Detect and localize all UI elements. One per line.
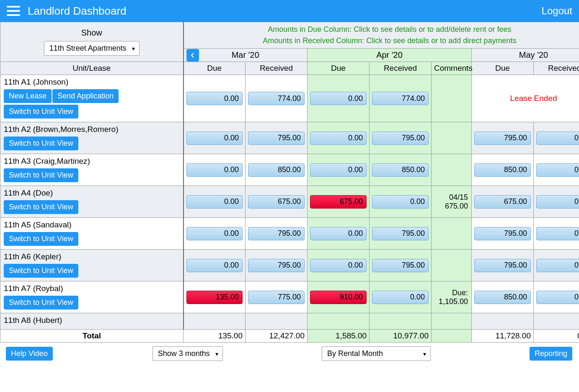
unit-name: 11th A8 (Hubert) xyxy=(4,316,180,325)
amount-button[interactable]: 0.00 xyxy=(536,163,579,177)
amount-button[interactable]: 850.00 xyxy=(372,163,429,177)
comment-cell xyxy=(432,154,472,186)
amount-button[interactable]: 850.00 xyxy=(474,163,531,177)
months-range-select[interactable]: Show 3 months xyxy=(153,346,223,361)
unit-name: 11th A3 (Craig,Martinez) xyxy=(4,157,180,166)
page-title: Landlord Dashboard xyxy=(28,5,127,18)
amount-button[interactable]: 0.00 xyxy=(536,227,579,240)
amount-button[interactable]: 0.00 xyxy=(372,195,429,209)
amount-button[interactable]: 0.00 xyxy=(310,132,367,145)
col-received: Received xyxy=(370,62,432,75)
amount-button[interactable]: 795.00 xyxy=(372,259,429,272)
amount-button[interactable]: 850.00 xyxy=(474,291,531,304)
table-row: 11th A8 (Hubert) xyxy=(0,313,579,330)
month-apr: Apr '20 xyxy=(308,49,472,62)
amount-button[interactable]: 0.00 xyxy=(186,259,243,272)
topbar: Landlord Dashboard Logout xyxy=(0,0,579,22)
lease-ended-label: Lease Ended xyxy=(472,75,579,122)
bottom-bar: Help Video Show 3 months By Rental Month… xyxy=(0,343,579,365)
comment-cell xyxy=(432,218,472,250)
col-received: Received xyxy=(246,62,308,75)
view-mode-select[interactable]: By Rental Month xyxy=(322,346,431,361)
col-due: Due xyxy=(308,62,370,75)
amount-button[interactable]: 795.00 xyxy=(372,227,429,240)
total-row: Total 135.00 12,427.00 1,585.00 10,977.0… xyxy=(0,330,579,343)
comment-cell xyxy=(432,122,472,154)
amount-button[interactable]: 0.00 xyxy=(536,259,579,272)
amount-button[interactable]: 795.00 xyxy=(474,132,531,145)
table-row: 11th A6 (Kepler)Switch to Unit View0.007… xyxy=(0,250,579,281)
total-label: Total xyxy=(0,330,184,343)
amount-button[interactable]: 775.00 xyxy=(248,291,305,304)
amount-button[interactable]: 0.00 xyxy=(372,291,429,304)
show-label: Show xyxy=(3,28,181,38)
amount-button[interactable]: 135.00 xyxy=(186,291,243,304)
comment-cell: Due:1,105.00 xyxy=(432,281,472,313)
logout-link[interactable]: Logout xyxy=(542,5,572,17)
col-received: Received xyxy=(534,62,579,75)
table-row: 11th A2 (Brown,Morres,Romero)Switch to U… xyxy=(0,122,579,154)
switch-unit-view-button[interactable]: Switch to Unit View xyxy=(4,296,78,309)
switch-unit-view-button[interactable]: Switch to Unit View xyxy=(4,137,78,150)
switch-unit-view-button[interactable]: Switch to Unit View xyxy=(4,105,78,119)
table-row: 11th A7 (Roybal)Switch to Unit View135.0… xyxy=(0,281,579,313)
amount-button[interactable]: 0.00 xyxy=(310,259,367,272)
unit-name: 11th A1 (Johnson) xyxy=(4,77,180,87)
col-comments: Comments xyxy=(432,62,472,75)
amount-button[interactable]: 0.00 xyxy=(536,291,579,304)
amount-button[interactable]: 795.00 xyxy=(372,132,429,145)
switch-unit-view-button[interactable]: Switch to Unit View xyxy=(4,200,78,214)
amount-button[interactable]: 0.00 xyxy=(186,132,243,145)
hint-text: Amounts in Due Column: Click to see deta… xyxy=(184,22,579,49)
comment-cell xyxy=(432,75,472,122)
amount-button[interactable]: 774.00 xyxy=(248,92,305,105)
comment-cell: 04/15675.00 xyxy=(432,186,472,218)
switch-unit-view-button[interactable]: Switch to Unit View xyxy=(4,232,78,246)
table-row: 11th A1 (Johnson)New LeaseSend Applicati… xyxy=(0,75,579,122)
amount-button[interactable]: 795.00 xyxy=(248,227,305,240)
amount-button[interactable]: 0.00 xyxy=(186,163,243,177)
unit-name: 11th A6 (Kepler) xyxy=(4,252,180,261)
comment-cell xyxy=(432,250,472,281)
col-due: Due xyxy=(184,62,246,75)
unit-lease-header: Unit/Lease xyxy=(0,62,184,75)
menu-icon[interactable] xyxy=(7,6,20,16)
rent-table: Show 11th Street Apartments Amounts in D… xyxy=(0,22,579,343)
col-due: Due xyxy=(472,62,534,75)
unit-name: 11th A2 (Brown,Morres,Romero) xyxy=(4,125,180,134)
month-mar: Mar '20 xyxy=(184,49,308,62)
amount-button[interactable]: 675.00 xyxy=(474,195,531,209)
amount-button[interactable]: 774.00 xyxy=(372,92,429,105)
amount-button[interactable]: 0.00 xyxy=(310,227,367,240)
amount-button[interactable]: 0.00 xyxy=(186,227,243,240)
amount-button[interactable]: 675.00 xyxy=(248,195,305,209)
amount-button[interactable]: 850.00 xyxy=(248,163,305,177)
table-row: 11th A5 (Sandaval)Switch to Unit View0.0… xyxy=(0,218,579,250)
amount-button[interactable]: 0.00 xyxy=(186,92,243,105)
property-select[interactable]: 11th Street Apartments xyxy=(44,41,140,56)
amount-button[interactable]: 795.00 xyxy=(248,132,305,145)
amount-button[interactable]: 795.00 xyxy=(474,259,531,272)
unit-name: 11th A5 (Sandaval) xyxy=(4,220,180,230)
reporting-button[interactable]: Reporting xyxy=(530,347,572,361)
amount-button[interactable]: 0.00 xyxy=(310,92,367,105)
amount-button[interactable]: 0.00 xyxy=(186,195,243,209)
amount-button[interactable]: 0.00 xyxy=(536,195,579,209)
table-row: 11th A3 (Craig,Martinez)Switch to Unit V… xyxy=(0,154,579,186)
switch-unit-view-button[interactable]: Switch to Unit View xyxy=(4,168,78,182)
help-video-button[interactable]: Help Video xyxy=(6,347,53,361)
send-application-button[interactable]: Send Application xyxy=(52,89,119,103)
amount-button[interactable]: 910.00 xyxy=(310,291,367,304)
prev-month-button[interactable] xyxy=(186,49,199,62)
new-lease-button[interactable]: New Lease xyxy=(4,89,52,103)
unit-name: 11th A4 (Doe) xyxy=(4,188,180,198)
amount-button[interactable]: 0.00 xyxy=(310,163,367,177)
amount-button[interactable]: 0.00 xyxy=(536,132,579,145)
amount-button[interactable]: 675.00 xyxy=(310,195,367,209)
month-may: May '20 xyxy=(472,49,579,62)
switch-unit-view-button[interactable]: Switch to Unit View xyxy=(4,264,78,278)
unit-name: 11th A7 (Roybal) xyxy=(4,284,180,293)
amount-button[interactable]: 795.00 xyxy=(474,227,531,240)
table-row: 11th A4 (Doe)Switch to Unit View0.00675.… xyxy=(0,186,579,218)
amount-button[interactable]: 795.00 xyxy=(248,259,305,272)
